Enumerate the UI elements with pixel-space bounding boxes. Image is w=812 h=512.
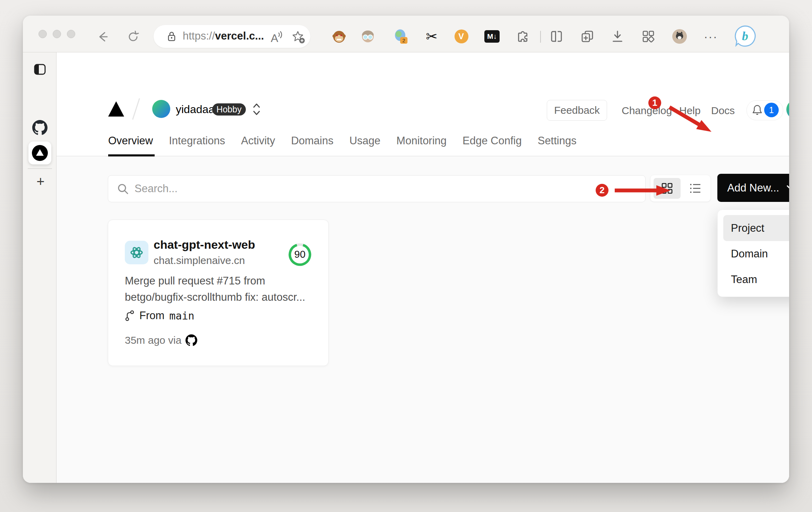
score-ring[interactable]: 90: [287, 242, 313, 267]
deploy-meta: 35m ago via: [125, 334, 181, 346]
annotation-step-1: 1: [648, 96, 661, 109]
reload-icon[interactable]: [127, 31, 139, 43]
tab-domains[interactable]: Domains: [291, 133, 333, 148]
add-new-label: Add New...: [727, 182, 779, 194]
markdown-extension-icon[interactable]: M↓: [484, 29, 500, 44]
collections-icon[interactable]: [580, 29, 595, 44]
project-card[interactable]: chat-gpt-next-web chat.simplenaive.cn 90…: [108, 220, 329, 366]
org-name[interactable]: yidadaa: [176, 103, 215, 116]
project-name[interactable]: chat-gpt-next-web: [154, 238, 255, 251]
back-icon[interactable]: [96, 31, 109, 43]
v-extension-icon[interactable]: V: [454, 29, 469, 44]
favorite-star-icon[interactable]: [292, 30, 305, 44]
toolbar-divider: [540, 31, 541, 43]
tampermonkey-extension-icon[interactable]: [331, 29, 347, 44]
apps-icon[interactable]: [641, 29, 656, 44]
traffic-zoom-button[interactable]: [67, 30, 75, 38]
view-toggle: [650, 175, 710, 202]
user-avatar[interactable]: [786, 100, 789, 119]
downloads-icon[interactable]: [610, 29, 625, 44]
help-link[interactable]: Help: [679, 105, 701, 117]
chevron-down-icon: [787, 185, 789, 191]
url-text: https://vercel.c...: [183, 30, 264, 42]
commit-line-2: betgo/bugfix-scrollthumb fix: autoscr...: [125, 289, 319, 305]
team-avatar[interactable]: [152, 100, 170, 118]
browser-toolbar: https://vercel.c... A 2 ✂ V: [23, 16, 789, 52]
tab-panel-icon[interactable]: [34, 63, 46, 75]
github-tab-icon[interactable]: [32, 120, 47, 135]
traffic-minimize-button[interactable]: [53, 30, 61, 38]
tab-activity[interactable]: Activity: [241, 133, 275, 148]
bing-chat-icon[interactable]: b: [734, 25, 757, 48]
vercel-page: yidadaa Hobby Feedback Changelog Help Do…: [57, 52, 789, 483]
commit-line-1: Merge pull request #715 from: [125, 273, 319, 289]
tab-overview[interactable]: Overview: [108, 133, 153, 148]
bell-icon: [752, 104, 763, 116]
grandma-extension-icon[interactable]: [360, 29, 375, 44]
vercel-favicon: [32, 145, 48, 161]
svg-text:2: 2: [403, 37, 405, 43]
svg-text:V: V: [458, 32, 464, 41]
lock-icon: [166, 31, 177, 42]
github-icon: [185, 334, 197, 346]
traffic-close-button[interactable]: [38, 30, 47, 38]
notifications-button[interactable]: 1: [746, 100, 783, 120]
vertical-tabs-sidebar: +: [23, 52, 57, 483]
project-domain[interactable]: chat.simplenaive.cn: [154, 255, 245, 266]
team-switcher-icon[interactable]: [252, 102, 261, 117]
changelog-link[interactable]: Changelog: [622, 105, 672, 117]
dropdown-item-project[interactable]: Project: [723, 215, 789, 241]
svg-text:b: b: [742, 29, 748, 43]
read-aloud-icon[interactable]: A: [271, 29, 284, 45]
vercel-tab-active[interactable]: [28, 142, 51, 164]
dropdown-item-team[interactable]: Team: [723, 268, 789, 291]
tab-monitoring[interactable]: Monitoring: [396, 133, 447, 148]
search-icon: [117, 183, 129, 195]
browser-profile-avatar[interactable]: [672, 29, 687, 44]
address-bar[interactable]: https://vercel.c... A: [154, 25, 310, 48]
from-label: From: [139, 309, 164, 322]
branch-name[interactable]: main: [169, 310, 194, 322]
sidebar-divider: [28, 168, 52, 169]
plan-badge: Hobby: [212, 103, 246, 116]
project-favicon: [125, 241, 148, 264]
grid-view-button[interactable]: [654, 178, 681, 199]
feedback-button[interactable]: Feedback: [547, 100, 607, 121]
add-new-button[interactable]: Add New...: [717, 174, 789, 202]
browser-window: https://vercel.c... A 2 ✂ V: [23, 16, 789, 483]
more-menu-icon[interactable]: ···: [703, 29, 718, 44]
tab-edge-config[interactable]: Edge Config: [463, 133, 522, 148]
dropdown-item-domain[interactable]: Domain: [723, 243, 789, 265]
list-view-button[interactable]: [683, 178, 708, 199]
list-view-icon: [690, 183, 701, 194]
split-screen-icon[interactable]: [549, 29, 564, 44]
url-scheme: https://: [183, 30, 215, 42]
grid-view-icon: [662, 183, 673, 194]
breadcrumb-slash: [132, 98, 140, 120]
new-tab-button[interactable]: +: [34, 174, 47, 188]
docs-link[interactable]: Docs: [711, 105, 735, 117]
tab-settings[interactable]: Settings: [538, 133, 577, 148]
add-new-dropdown: Project Domain Team: [717, 210, 789, 297]
openai-logo-icon: [128, 244, 145, 261]
git-branch-icon: [125, 310, 135, 322]
tab-usage[interactable]: Usage: [349, 133, 381, 148]
commit-message[interactable]: Merge pull request #715 from betgo/bugfi…: [125, 273, 319, 305]
desktop: https://vercel.c... A 2 ✂ V: [0, 0, 812, 512]
scissors-extension-icon[interactable]: ✂: [424, 29, 439, 44]
url-host: vercel.c...: [215, 30, 264, 42]
extensions-puzzle-icon[interactable]: [515, 29, 530, 44]
annotation-step-2: 2: [596, 184, 608, 197]
project-search[interactable]: [108, 175, 646, 202]
score-value: 90: [287, 249, 313, 260]
feedback-label: Feedback: [554, 104, 600, 116]
dashboard-tabs: Overview Integrations Activity Domains U…: [108, 133, 577, 148]
search-input[interactable]: [134, 176, 621, 202]
tab-integrations[interactable]: Integrations: [169, 133, 225, 148]
branch-row: From main: [125, 309, 195, 322]
vercel-logo[interactable]: [107, 100, 125, 118]
proxy-extension-icon[interactable]: 2: [393, 29, 408, 44]
deploy-meta-row: 35m ago via: [125, 334, 197, 346]
notification-badge: 1: [764, 103, 779, 117]
